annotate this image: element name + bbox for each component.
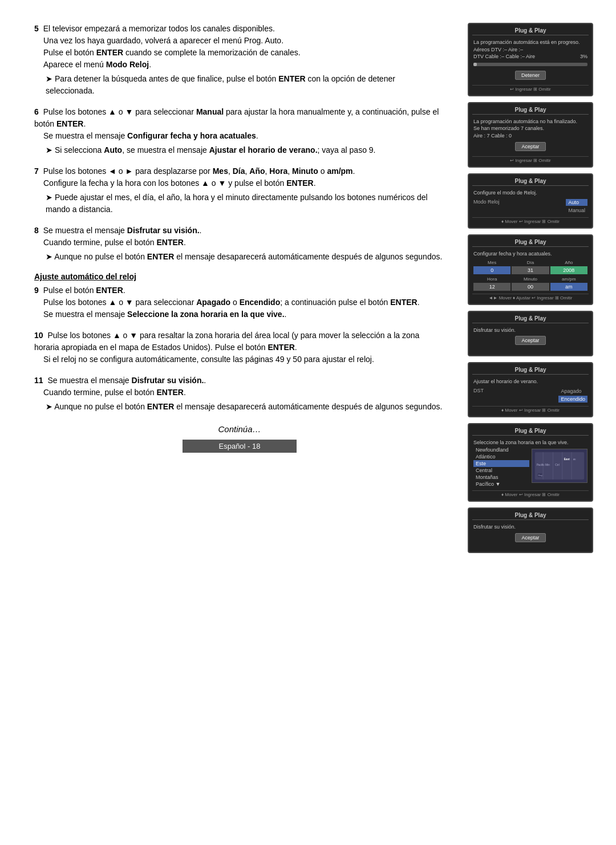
step-9-sub2: Se muestra el mensaje Seleccione la zona… bbox=[34, 308, 286, 320]
panel4-footer: ◄► Mover ♦ Ajustar ↩ Ingresar ⊞ Omitir bbox=[472, 294, 589, 300]
panel4-text1: Configurar fecha y hora acatuales. bbox=[473, 250, 587, 258]
panel2-btn[interactable]: Aceptar bbox=[515, 142, 545, 151]
footer-bar: Español - 18 bbox=[183, 440, 297, 453]
tv-panel-2: Plug & Play La programación automática n… bbox=[468, 102, 593, 168]
step-5-text: El televisor empezará a memorizar todos … bbox=[43, 24, 275, 33]
panel7-title: Plug & Play bbox=[472, 428, 589, 436]
panel7-content: Newfoundland Atlántico Este Central Mont… bbox=[473, 446, 587, 488]
panel7-footer: ♦ Mover ↩ Ingresar ⊞ Omitir bbox=[472, 490, 589, 497]
step-7-text: Pulse los botones ◄ o ► para desplazarse… bbox=[43, 166, 355, 176]
panel6-label1: DST bbox=[473, 387, 484, 403]
panel2-text2: Se han memorizado 7 canales. bbox=[473, 125, 587, 132]
zone-montanas[interactable]: Montañas bbox=[473, 474, 529, 481]
step-5-num: 5 bbox=[34, 24, 39, 33]
panel3-title: Plug & Play bbox=[472, 178, 589, 186]
step-5-sub3: Aparece el menú Modo Reloj. bbox=[34, 59, 151, 71]
tv-panels: Plug & Play La programación automática e… bbox=[468, 23, 593, 553]
step-9: 9 Pulse el botón ENTER. Pulse los botone… bbox=[34, 285, 445, 320]
panel3-option2[interactable]: Manual bbox=[566, 207, 587, 214]
svg-text:Atl: Atl bbox=[573, 458, 576, 461]
step-11-num: 11 bbox=[34, 376, 43, 385]
step-11: 11 Se muestra el mensaje Disfrutar su vi… bbox=[34, 375, 445, 413]
panel1-btn[interactable]: Detener bbox=[515, 71, 546, 80]
step-8-arrow: Aunque no pulse el botón ENTER el mensaj… bbox=[34, 251, 445, 263]
panel2-title: Plug & Play bbox=[472, 107, 589, 115]
svg-text:Ctrl: Ctrl bbox=[555, 464, 559, 466]
panel2-footer: ↩ Ingresar ⊞ Omitir bbox=[472, 156, 589, 163]
panel7-text1: Seleccione la zona horaria en la que viv… bbox=[473, 439, 587, 446]
step-6-sub1: Se muestra el mensaje Configurar fecha y… bbox=[34, 130, 258, 142]
panel4-val5[interactable]: 00 bbox=[512, 283, 549, 291]
zone-atlantico[interactable]: Atlántico bbox=[473, 453, 529, 460]
step-5-sub1: Una vez los haya guardado, volverá a apa… bbox=[34, 35, 283, 47]
tv-panel-3: Plug & Play Configure el modo de Reloj. … bbox=[468, 173, 593, 229]
panel4-grid2: Hora Minuto am/pm 12 00 am bbox=[473, 277, 587, 291]
continua-text: Continúa… bbox=[34, 424, 445, 434]
panel5-text1: Disfrutar su visión. bbox=[473, 327, 587, 334]
panel4-title: Plug & Play bbox=[472, 239, 589, 247]
tv-panel-4: Plug & Play Configurar fecha y hora acat… bbox=[468, 234, 593, 305]
step-8: 8 Se muestra el mensaje Disfrutar su vis… bbox=[34, 225, 445, 263]
panel4-col2-label: Día bbox=[512, 260, 549, 265]
step-10-text: Pulse los botones ▲ o ▼ para resaltar la… bbox=[34, 331, 419, 352]
step-11-arrow: Aunque no pulse el botón ENTER el mensaj… bbox=[34, 401, 445, 413]
panel6-option2[interactable]: Encendido bbox=[558, 396, 587, 403]
panel4-col6-label: am/pm bbox=[550, 277, 587, 282]
footer-wrapper: Español - 18 bbox=[34, 440, 445, 453]
panel4-col1-label: Mes bbox=[473, 260, 510, 265]
panel7-zone-list: Newfoundland Atlántico Este Central Mont… bbox=[473, 446, 529, 488]
step-8-sub1: Cuando termine, pulse el botón ENTER. bbox=[34, 237, 186, 249]
panel1-footer: ↩ Ingresar ⊞ Omitir bbox=[472, 85, 589, 92]
zone-este[interactable]: Este bbox=[473, 460, 529, 467]
panel4-val1[interactable]: 0 bbox=[473, 266, 510, 274]
step-7-arrow: Puede ajustar el mes, el día, el año, la… bbox=[34, 192, 445, 216]
panel4-col3-label: Año bbox=[550, 260, 587, 265]
step-7-sub1: Configure la fecha y la hora con los bot… bbox=[34, 177, 316, 189]
step-8-text: Se muestra el mensaje Disfrutar su visió… bbox=[43, 226, 202, 235]
panel6-option1[interactable]: Apagado bbox=[558, 388, 587, 395]
panel4-col5-label: Minuto bbox=[512, 277, 549, 282]
panel7-map: Pacific Mtn Ctrl East Atl Hwy bbox=[532, 446, 587, 488]
zone-pacifico[interactable]: Pacífico ▼ bbox=[473, 481, 529, 488]
step-10: 10 Pulse los botones ▲ o ▼ para resaltar… bbox=[34, 330, 445, 365]
panel4-val6[interactable]: am bbox=[550, 283, 587, 291]
panel5-btn-row: Aceptar bbox=[473, 334, 587, 347]
section-title: Ajuste automático del reloj bbox=[34, 272, 445, 281]
step-9-text: Pulse el botón ENTER. bbox=[43, 286, 125, 295]
zone-newfoundland[interactable]: Newfoundland bbox=[473, 446, 529, 453]
panel4-val4[interactable]: 12 bbox=[473, 283, 510, 291]
panel4-val2[interactable]: 31 bbox=[512, 266, 549, 274]
step-5: 5 El televisor empezará a memorizar todo… bbox=[34, 23, 445, 97]
panel2-text3: Aire : 7 Cable : 0 bbox=[473, 132, 587, 140]
panel6-text1: Ajustar el horario de verano. bbox=[473, 378, 587, 385]
tv-panel-1: Plug & Play La programación automática e… bbox=[468, 23, 593, 96]
svg-text:Pacific: Pacific bbox=[537, 464, 545, 466]
step-6-text: Pulse los botones ▲ o ▼ para seleccionar… bbox=[34, 107, 439, 128]
step-5-sub2: Pulse el botón ENTER cuando se complete … bbox=[34, 47, 301, 59]
zone-central[interactable]: Central bbox=[473, 467, 529, 474]
panel8-text1: Disfrutar su visión. bbox=[473, 523, 587, 531]
panel3-option1[interactable]: Auto bbox=[566, 199, 587, 206]
step-6-arrow: Si selecciona Auto, se muestra el mensaj… bbox=[34, 144, 445, 156]
map-usa: Pacific Mtn Ctrl East Atl Hwy bbox=[532, 449, 587, 483]
panel3-label1: Modo Reloj bbox=[473, 198, 500, 214]
panel6-footer: ♦ Mover ↩ Ingresar ⊞ Omitir bbox=[472, 406, 589, 413]
panel8-btn-row: Aceptar bbox=[473, 531, 587, 545]
panel8-title: Plug & Play bbox=[472, 512, 589, 520]
panel1-progress-bar bbox=[473, 63, 477, 66]
panel4-grid1: Mes Día Año 0 31 2008 bbox=[473, 260, 587, 274]
step-11-text: Se muestra el mensaje Disfrutar su visió… bbox=[47, 376, 206, 385]
panel5-btn[interactable]: Aceptar bbox=[515, 336, 545, 345]
step-5-arrow: Para detener la búsqueda antes de que fi… bbox=[34, 73, 445, 97]
panel8-btn[interactable]: Aceptar bbox=[515, 533, 545, 542]
step-6: 6 Pulse los botones ▲ o ▼ para seleccion… bbox=[34, 106, 445, 156]
panel3-footer: ♦ Mover ↩ Ingresar ⊞ Omitir bbox=[472, 217, 589, 224]
panel4-val3[interactable]: 2008 bbox=[550, 266, 587, 274]
svg-text:Mtn: Mtn bbox=[545, 464, 550, 466]
panel5-title: Plug & Play bbox=[472, 315, 589, 323]
step-10-sub1: Si el reloj no se configura automáticame… bbox=[34, 354, 374, 365]
main-content: 5 El televisor empezará a memorizar todo… bbox=[34, 23, 451, 553]
svg-text:Hwy: Hwy bbox=[538, 474, 543, 477]
step-11-sub1: Cuando termine, pulse el botón ENTER. bbox=[34, 387, 186, 399]
tv-panel-5: Plug & Play Disfrutar su visión. Aceptar bbox=[468, 311, 593, 356]
